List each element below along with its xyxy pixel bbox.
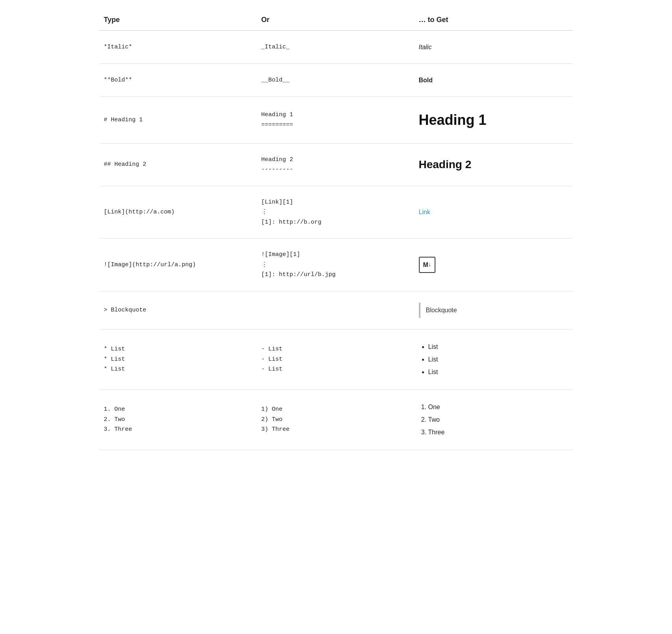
- result-cell: OneTwoThree: [415, 401, 572, 439]
- result-cell: Italic: [415, 42, 572, 52]
- h2-result: Heading 2: [419, 158, 472, 171]
- ordered-list-result: OneTwoThree: [419, 401, 568, 439]
- list-item: Two: [428, 413, 568, 426]
- h1-result: Heading 1: [419, 112, 487, 128]
- or-cell: __Bold__: [257, 75, 415, 85]
- arrow-down-icon: ↓: [428, 260, 431, 269]
- blockquote-bar: [419, 302, 420, 318]
- type-cell: # Heading 1: [100, 115, 257, 125]
- col-get-header: … to Get: [415, 16, 572, 24]
- or-cell: [Link][1] ⋮ [1]: http://b.org: [257, 197, 415, 228]
- type-cell: **Bold**: [100, 75, 257, 85]
- markdown-icon: M↓: [419, 257, 435, 273]
- italic-result: Italic: [419, 44, 432, 50]
- type-cell: * List * List * List: [100, 344, 257, 374]
- table-row: [Link](http://a.com)[Link][1] ⋮ [1]: htt…: [100, 186, 572, 239]
- or-cell: - List - List - List: [257, 344, 415, 374]
- type-cell: ## Heading 2: [100, 159, 257, 170]
- or-cell: Heading 1 =========: [257, 110, 415, 130]
- table-row: # Heading 1Heading 1 =========Heading 1: [100, 97, 572, 143]
- or-cell: 1) One 2) Two 3) Three: [257, 404, 415, 435]
- result-cell: ListListList: [415, 341, 572, 378]
- table-header: Type Or … to Get: [100, 16, 572, 31]
- col-or-header: Or: [257, 16, 415, 24]
- result-cell: Heading 1: [415, 108, 572, 132]
- bold-result: Bold: [419, 77, 433, 83]
- table-row: **Bold**__Bold__Bold: [100, 64, 572, 97]
- markdown-cheatsheet: Type Or … to Get *Italic*_Italic_Italic*…: [100, 16, 572, 450]
- blockquote-result: Blockquote: [419, 302, 568, 318]
- table-row: *Italic*_Italic_Italic: [100, 31, 572, 64]
- result-cell: Heading 2: [415, 155, 572, 174]
- or-cell: Heading 2 ---------: [257, 155, 415, 175]
- result-cell: Link: [415, 207, 572, 217]
- table-body: *Italic*_Italic_Italic**Bold**__Bold__Bo…: [100, 31, 572, 450]
- table-row: > BlockquoteBlockquote: [100, 291, 572, 330]
- link-result[interactable]: Link: [419, 209, 430, 215]
- list-item: List: [428, 366, 568, 378]
- result-cell: M↓: [415, 257, 572, 273]
- type-cell: ![Image](http://url/a.png): [100, 260, 257, 270]
- list-item: List: [428, 341, 568, 353]
- result-cell: Blockquote: [415, 302, 572, 318]
- col-type-header: Type: [100, 16, 257, 24]
- table-row: ![Image](http://url/a.png)![Image][1] ⋮ …: [100, 239, 572, 291]
- result-cell: Bold: [415, 75, 572, 85]
- list-item: Three: [428, 426, 568, 439]
- blockquote-text: Blockquote: [426, 305, 457, 315]
- unordered-list-result: ListListList: [419, 341, 568, 378]
- type-cell: *Italic*: [100, 42, 257, 52]
- table-row: 1. One 2. Two 3. Three1) One 2) Two 3) T…: [100, 390, 572, 450]
- table-row: ## Heading 2Heading 2 ---------Heading 2: [100, 144, 572, 186]
- type-cell: [Link](http://a.com): [100, 207, 257, 217]
- list-item: List: [428, 353, 568, 366]
- or-cell: ![Image][1] ⋮ [1]: http://url/b.jpg: [257, 250, 415, 280]
- type-cell: > Blockquote: [100, 305, 257, 315]
- list-item: One: [428, 401, 568, 413]
- type-cell: 1. One 2. Two 3. Three: [100, 404, 257, 435]
- table-row: * List * List * List- List - List - List…: [100, 330, 572, 390]
- or-cell: _Italic_: [257, 42, 415, 52]
